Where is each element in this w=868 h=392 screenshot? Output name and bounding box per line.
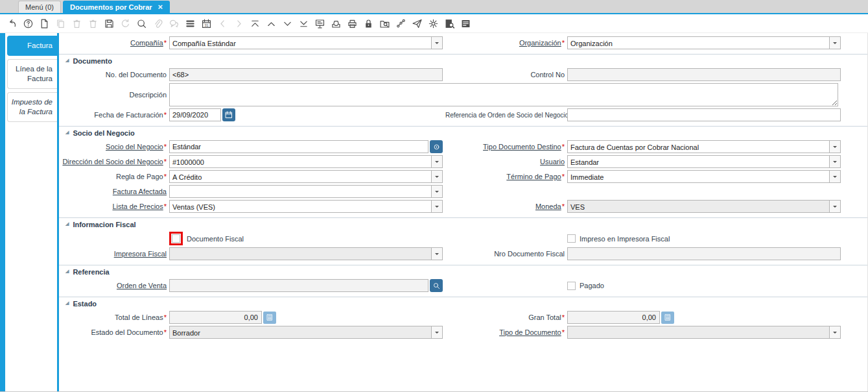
first-record-button[interactable] xyxy=(248,16,262,31)
save-button[interactable] xyxy=(102,16,116,31)
direccion-del-socio-del-negocio-value: #1000000 xyxy=(170,156,431,167)
dropdown-arrow-icon[interactable] xyxy=(829,141,840,153)
tipo-de-documento-select[interactable] xyxy=(567,326,841,339)
termino-de-pago-select[interactable]: Immediate xyxy=(567,170,841,183)
sidebar-tab-impuesto-de-la-factura[interactable]: Impuesto de la Factura xyxy=(7,92,57,122)
direccion-del-socio-del-negocio-select[interactable]: #1000000 xyxy=(169,155,443,168)
preferences-icon xyxy=(428,18,439,29)
field-nro-documento-fiscal xyxy=(567,247,842,260)
export-button[interactable] xyxy=(377,16,392,31)
send-button[interactable] xyxy=(410,16,424,31)
tab-sidebar: Factura Línea de la Factura Impuesto de … xyxy=(5,33,57,392)
collapse-arrow-icon[interactable]: ◢ xyxy=(65,221,69,227)
sidebar-tab-linea-de-la-factura[interactable]: Línea de la Factura xyxy=(7,59,57,89)
collapse-arrow-icon[interactable]: ◢ xyxy=(65,269,69,274)
fecha-de-facturacion-input[interactable] xyxy=(169,108,221,121)
factura-afectada-value xyxy=(170,186,431,197)
field-referencia-de-orden-de-socio-del-negocio xyxy=(567,108,842,121)
field-orden-de-venta xyxy=(169,279,443,292)
collapse-arrow-icon[interactable]: ◢ xyxy=(65,58,69,63)
lista-de-precios-select[interactable]: Ventas (VES) xyxy=(169,200,443,213)
window-tab-documentos-por-cobrar[interactable]: Documentos por Cobrar × xyxy=(63,1,170,13)
estado-del-documento-value: Borrador xyxy=(170,326,431,338)
calendar-button[interactable]: 31 xyxy=(199,16,213,31)
total-de-lineas-label: Total de Líneas* xyxy=(59,313,167,321)
close-icon[interactable]: × xyxy=(158,4,163,10)
dropdown-arrow-icon[interactable] xyxy=(431,156,442,167)
documento-fiscal-checkbox[interactable] xyxy=(172,234,180,243)
dropdown-arrow-icon[interactable] xyxy=(829,156,840,167)
direccion-del-socio-del-negocio-label: Dirección del Socio del Negocio* xyxy=(59,158,167,165)
calendar-button[interactable] xyxy=(222,108,235,121)
organizacion-select[interactable]: Organización xyxy=(567,36,841,49)
impreso-en-impresora-fiscal-label: Impreso en Impresora Fiscal xyxy=(580,235,670,243)
window-tab-label: Documentos por Cobrar xyxy=(70,3,152,11)
help-icon xyxy=(23,18,34,29)
tipo-documento-destino-select[interactable]: Factura de Cuentas por Cobrar Nacional xyxy=(567,140,841,153)
calculator-button[interactable] xyxy=(263,312,276,324)
field-moneda: VES xyxy=(567,200,842,213)
new-record-icon xyxy=(39,18,50,29)
print-button[interactable] xyxy=(345,16,359,31)
window-tab-menu[interactable]: Menú (0) xyxy=(18,1,61,13)
dropdown-arrow-icon[interactable] xyxy=(829,171,840,182)
next-record-button[interactable] xyxy=(280,16,294,31)
calendar-icon: 31 xyxy=(201,18,212,29)
calculator-icon xyxy=(266,313,274,321)
factura-afectada-select[interactable] xyxy=(169,185,443,198)
archive-button[interactable] xyxy=(329,16,343,31)
zoom-across-button[interactable] xyxy=(442,16,456,31)
compania-select[interactable]: Compañía Estándar xyxy=(169,36,443,49)
control-no-label: Control No xyxy=(445,71,565,79)
dropdown-arrow-icon[interactable] xyxy=(431,37,442,49)
impreso-en-impresora-fiscal-checkbox[interactable] xyxy=(567,234,576,243)
required-marker: * xyxy=(164,111,167,119)
report-button[interactable] xyxy=(312,16,327,31)
zoom-button[interactable] xyxy=(430,279,443,292)
moneda-select[interactable]: VES xyxy=(567,200,841,213)
dropdown-arrow-icon[interactable] xyxy=(829,37,840,49)
orden-de-venta-input xyxy=(169,279,428,292)
first-record-icon xyxy=(250,18,261,29)
impresora-fiscal-select[interactable] xyxy=(169,247,443,260)
preferences-button[interactable] xyxy=(426,16,440,31)
descripcion-textarea[interactable] xyxy=(169,83,838,106)
sidebar-tab-factura[interactable]: Factura xyxy=(7,36,57,56)
workflow-button[interactable] xyxy=(393,16,408,31)
last-record-button[interactable] xyxy=(296,16,311,31)
dropdown-arrow-icon[interactable] xyxy=(829,326,840,338)
dropdown-arrow-icon[interactable] xyxy=(829,201,840,212)
dropdown-arrow-icon[interactable] xyxy=(431,248,442,260)
collapse-arrow-icon[interactable]: ◢ xyxy=(65,130,69,135)
find-button[interactable] xyxy=(134,16,148,31)
usuario-select[interactable]: Estandar xyxy=(567,155,841,168)
usuario-value: Estandar xyxy=(568,156,829,167)
report-view-button[interactable] xyxy=(458,16,473,31)
collapse-arrow-icon[interactable]: ◢ xyxy=(65,300,69,306)
lock-button[interactable] xyxy=(361,16,375,31)
field-pagado: Pagado xyxy=(567,282,842,290)
dropdown-arrow-icon[interactable] xyxy=(431,326,442,338)
dropdown-arrow-icon[interactable] xyxy=(431,201,442,212)
estado-del-documento-select[interactable]: Borrador xyxy=(169,326,443,339)
dropdown-arrow-icon[interactable] xyxy=(431,186,442,197)
new-record-button[interactable] xyxy=(37,16,51,31)
bpartner-info-button[interactable] xyxy=(430,140,443,153)
previous-record-button[interactable] xyxy=(264,16,278,31)
dropdown-arrow-icon[interactable] xyxy=(431,171,442,182)
grid-toggle-button[interactable] xyxy=(183,16,197,31)
report-icon xyxy=(314,18,325,29)
application-window: Menú (0) Documentos por Cobrar × 31 Fact… xyxy=(0,0,868,392)
socio-del-negocio-input[interactable] xyxy=(169,140,428,153)
required-marker: * xyxy=(164,173,167,180)
control-no-input xyxy=(567,68,841,81)
form-row: Estado del Documento*BorradorTipo de Doc… xyxy=(59,326,867,339)
sidebar-accent-bar xyxy=(0,33,5,392)
termino-de-pago-label: Término de Pago* xyxy=(445,173,565,180)
pagado-checkbox[interactable] xyxy=(567,282,576,290)
help-button[interactable] xyxy=(21,16,35,31)
regla-de-pago-select[interactable]: A Crédito xyxy=(169,170,443,183)
calculator-button[interactable] xyxy=(661,312,674,324)
referencia-de-orden-de-socio-del-negocio-input[interactable] xyxy=(567,108,841,121)
undo-button[interactable] xyxy=(5,16,19,31)
